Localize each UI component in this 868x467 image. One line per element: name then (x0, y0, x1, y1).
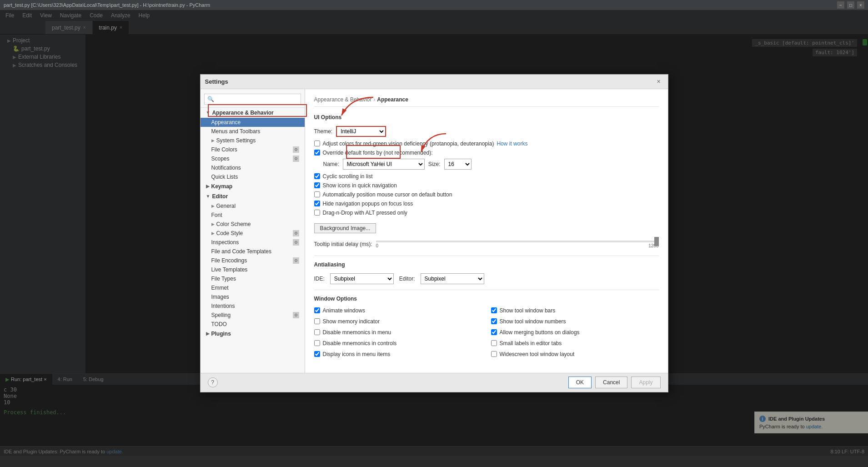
disable-mnemonics-controls-checkbox[interactable] (314, 340, 320, 346)
show-icons-label: Show icons in quick navigation (323, 182, 397, 189)
spelling-badge: ⚙ (293, 312, 299, 318)
theme-row: Theme: IntelliJ Darcula High contrast (314, 126, 659, 137)
animate-windows-checkbox[interactable] (314, 307, 320, 313)
bg-image-wrap: Background Image... (314, 220, 659, 237)
ok-btn[interactable]: OK (568, 377, 592, 388)
widescreen-checkbox[interactable] (491, 351, 497, 357)
tree-node-quick-lists[interactable]: Quick Lists (201, 172, 305, 181)
small-labels-row: Small labels in editor tabs (491, 340, 659, 346)
show-memory-checkbox[interactable] (314, 318, 320, 324)
inspections-label: Inspections (211, 239, 239, 246)
tree-node-live-templates[interactable]: Live Templates (201, 265, 305, 274)
disable-mnemonics-menu-checkbox[interactable] (314, 329, 320, 335)
ide-aa-label: IDE: (314, 276, 325, 282)
system-settings-label: System Settings (216, 137, 256, 144)
disable-mnemonics-controls-row: Disable mnemonics in controls (314, 340, 482, 346)
font-config-row: Name: Microsoft YaHei UI Size: 16 101112… (323, 159, 659, 170)
cancel-btn[interactable]: Cancel (595, 377, 627, 388)
editor-header-label: Editor (212, 193, 228, 200)
disable-mnemonics-menu-row: Disable mnemonics in menu (314, 329, 482, 336)
color-scheme-arrow: ▶ (211, 222, 215, 226)
display-icons-checkbox[interactable] (314, 351, 320, 357)
override-fonts-checkbox[interactable] (314, 150, 320, 156)
tree-node-emmet[interactable]: Emmet (201, 283, 305, 292)
tree-keymap-header[interactable]: ▶ Keymap (201, 181, 305, 191)
cyclic-scroll-label: Cyclic scrolling in list (323, 173, 373, 180)
tree-node-spelling[interactable]: Spelling ⚙ (201, 311, 305, 320)
editor-aa-select[interactable]: Subpixel Greyscale LCD None (421, 273, 484, 284)
small-labels-label: Small labels in editor tabs (500, 340, 562, 346)
maximize-btn[interactable]: □ (847, 1, 854, 9)
tree-node-todo[interactable]: TODO (201, 320, 305, 329)
show-tool-numbers-checkbox[interactable] (491, 318, 497, 324)
adjust-colors-label: Adjust colors for red-green vision defic… (323, 141, 494, 147)
tree-node-general[interactable]: ▶ General (201, 201, 305, 211)
settings-search-input[interactable] (204, 94, 301, 105)
tree-node-notifications[interactable]: Notifications (201, 163, 305, 172)
tree-appearance-behavior-header[interactable]: ▼ Appearance & Behavior (201, 108, 305, 118)
general-label: General (216, 203, 236, 209)
close-btn[interactable]: × (857, 1, 864, 9)
auto-position-checkbox[interactable] (314, 191, 320, 197)
animate-windows-row: Animate windows (314, 307, 482, 314)
show-icons-checkbox[interactable] (314, 182, 320, 188)
code-style-arrow: ▶ (211, 231, 215, 236)
emmet-label: Emmet (211, 285, 229, 291)
file-encodings-label: File Encodings (211, 257, 247, 264)
tree-node-file-colors[interactable]: File Colors ⚙ (201, 145, 305, 154)
font-name-label: Name: (323, 161, 339, 167)
disable-mnemonics-menu-label: Disable mnemonics in menu (323, 329, 391, 336)
cyclic-scroll-row: Cyclic scrolling in list (314, 173, 659, 180)
drag-drop-checkbox[interactable] (314, 210, 320, 216)
how-it-works-link[interactable]: How it works (497, 141, 527, 147)
tree-node-font[interactable]: Font (201, 211, 305, 220)
tooltip-slider-thumb[interactable] (654, 237, 659, 246)
tree-plugins-header[interactable]: ▶ Plugins (201, 329, 305, 339)
plugins-header-label: Plugins (211, 331, 231, 337)
bg-image-btn[interactable]: Background Image... (314, 223, 376, 233)
file-code-templates-label: File and Code Templates (211, 248, 272, 255)
tree-node-intentions[interactable]: Intentions (201, 301, 305, 311)
adjust-colors-checkbox[interactable] (314, 141, 320, 146)
tree-node-appearance[interactable]: Appearance (201, 118, 305, 127)
tree-node-inspections[interactable]: Inspections ⚙ (201, 238, 305, 247)
tree-editor-header[interactable]: ▼ Editor (201, 191, 305, 201)
ide-aa-select[interactable]: Subpixel Greyscale LCD None (330, 273, 394, 284)
override-fonts-row: Override default fonts by (not recommend… (314, 150, 659, 156)
menus-toolbars-label: Menus and Toolbars (211, 128, 261, 135)
cyclic-scroll-checkbox[interactable] (314, 173, 320, 179)
tree-node-file-types[interactable]: File Types (201, 274, 305, 283)
plugins-arrow-icon: ▶ (206, 331, 210, 336)
hide-nav-checkbox[interactable] (314, 201, 320, 206)
allow-merging-row: Allow merging buttons on dialogs (491, 329, 659, 336)
show-icons-row: Show icons in quick navigation (314, 182, 659, 189)
hide-nav-row: Hide navigation popups on focus loss (314, 201, 659, 207)
dialog-title: Settings (205, 78, 228, 85)
breadcrumb-current: Appearance (377, 96, 408, 103)
small-labels-checkbox[interactable] (491, 340, 497, 346)
tooltip-slider-container: 0 1200 (376, 241, 659, 248)
tree-node-scopes[interactable]: Scopes ⚙ (201, 154, 305, 163)
allow-merging-label: Allow merging buttons on dialogs (500, 329, 580, 336)
tree-node-color-scheme[interactable]: ▶ Color Scheme (201, 220, 305, 229)
show-tool-bars-label: Show tool window bars (500, 307, 556, 314)
allow-merging-checkbox[interactable] (491, 329, 497, 335)
font-name-select[interactable]: Microsoft YaHei UI (343, 159, 425, 170)
tree-node-code-style[interactable]: ▶ Code Style ⚙ (201, 229, 305, 238)
tree-node-file-code-templates[interactable]: File and Code Templates (201, 247, 305, 256)
show-tool-bars-checkbox[interactable] (491, 307, 497, 313)
font-size-select[interactable]: 16 10111213141820 (444, 159, 472, 170)
ab-header-label: Appearance & Behavior (212, 110, 273, 116)
tree-node-menus-toolbars[interactable]: Menus and Toolbars (201, 127, 305, 136)
help-btn[interactable]: ? (208, 377, 218, 387)
theme-select[interactable]: IntelliJ Darcula High contrast (336, 126, 386, 137)
tree-node-file-encodings[interactable]: File Encodings ⚙ (201, 256, 305, 265)
tree-node-system-settings[interactable]: ▶ System Settings (201, 136, 305, 145)
apply-btn[interactable]: Apply (631, 377, 660, 388)
auto-position-row: Automatically position mouse cursor on d… (314, 191, 659, 198)
minimize-btn[interactable]: − (837, 1, 844, 9)
file-colors-badge: ⚙ (293, 146, 299, 153)
live-templates-label: Live Templates (211, 266, 248, 273)
tree-node-images[interactable]: Images (201, 292, 305, 301)
dialog-close-btn[interactable]: × (654, 77, 663, 86)
